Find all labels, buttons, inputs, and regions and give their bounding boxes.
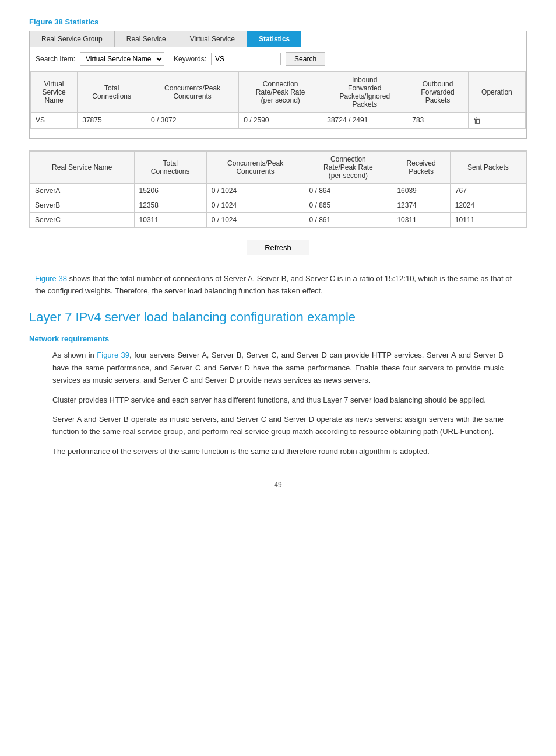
keywords-label: Keywords: xyxy=(174,55,206,63)
body-para-1: As shown in Figure 39, four servers Serv… xyxy=(29,349,527,386)
cell-servera-concurrent: 0 / 1024 xyxy=(206,184,304,198)
table-row: ServerB 12358 0 / 1024 0 / 865 12374 120… xyxy=(30,198,526,213)
col-rs-received: ReceivedPackets xyxy=(392,152,450,184)
cell-serverc-name: ServerC xyxy=(30,213,135,228)
col-operation: Operation xyxy=(468,72,525,113)
col-rs-sent: Sent Packets xyxy=(450,152,526,184)
tab-statistics[interactable]: Statistics xyxy=(247,32,301,47)
delete-icon[interactable]: 🗑 xyxy=(473,116,481,125)
figure38-link[interactable]: Figure 38 xyxy=(35,274,67,283)
search-item-select[interactable]: Virtual Service Name xyxy=(80,52,164,66)
col-virtual-service-name: VirtualServiceName xyxy=(31,72,78,113)
body-para-3: Server A and Server B operate as music s… xyxy=(29,413,527,438)
col-rs-total-conn: TotalConnections xyxy=(134,152,206,184)
cell-serverb-sent: 12024 xyxy=(450,198,526,213)
cell-serverb-concurrent: 0 / 1024 xyxy=(206,198,304,213)
cell-serverc-rate: 0 / 861 xyxy=(304,213,392,228)
figure38-label: Figure 38 Statistics xyxy=(29,18,527,26)
col-total-connections: TotalConnections xyxy=(78,72,146,113)
cell-serverb-conn: 12358 xyxy=(134,198,206,213)
figure38-description: Figure 38 shows that the total number of… xyxy=(29,273,527,298)
statistics-panel: Real Service Group Real Service Virtual … xyxy=(29,31,527,139)
section-heading: Layer 7 IPv4 server load balancing confi… xyxy=(29,309,527,326)
cell-servera-conn: 15206 xyxy=(134,184,206,198)
cell-serverc-received: 10311 xyxy=(392,213,450,228)
real-service-table: Real Service Name TotalConnections Concu… xyxy=(30,151,526,228)
col-rs-name: Real Service Name xyxy=(30,152,135,184)
table-row: ServerA 15206 0 / 1024 0 / 864 16039 767 xyxy=(30,184,526,198)
search-row: Search Item: Virtual Service Name Keywor… xyxy=(30,47,526,71)
network-requirements-subheading: Network requirements xyxy=(29,334,527,343)
tab-real-service-group[interactable]: Real Service Group xyxy=(30,32,115,47)
cell-serverb-rate: 0 / 865 xyxy=(304,198,392,213)
cell-serverb-name: ServerB xyxy=(30,198,135,213)
real-service-table-wrap: Real Service Name TotalConnections Concu… xyxy=(29,150,527,228)
col-outbound-forwarded: OutboundForwardedPackets xyxy=(407,72,469,113)
refresh-button[interactable]: Refresh xyxy=(247,240,309,256)
cell-servera-sent: 767 xyxy=(450,184,526,198)
col-rs-conn-rate: ConnectionRate/Peak Rate(per second) xyxy=(304,152,392,184)
cell-serverc-conn: 10311 xyxy=(134,213,206,228)
cell-vs-name: VS xyxy=(31,113,78,128)
search-item-label: Search Item: xyxy=(36,55,75,63)
virtual-service-table-wrap: VirtualServiceName TotalConnections Conc… xyxy=(30,71,526,129)
cell-servera-rate: 0 / 864 xyxy=(304,184,392,198)
cell-conn-rate: 0 / 2590 xyxy=(239,113,322,128)
table-row: VS 37875 0 / 3072 0 / 2590 38724 / 2491 … xyxy=(31,113,526,128)
col-rs-concurrents: Concurrents/PeakConcurrents xyxy=(206,152,304,184)
cell-serverc-sent: 10111 xyxy=(450,213,526,228)
body-para-4: The performance of the servers of the sa… xyxy=(29,445,527,457)
col-connection-rate: ConnectionRate/Peak Rate(per second) xyxy=(239,72,322,113)
keywords-input[interactable] xyxy=(211,52,281,65)
cell-total-conn: 37875 xyxy=(78,113,146,128)
col-concurrents-peak: Concurrents/PeakConcurrents xyxy=(146,72,239,113)
cell-operation: 🗑 xyxy=(468,113,525,128)
tabs-row: Real Service Group Real Service Virtual … xyxy=(30,32,526,47)
tab-real-service[interactable]: Real Service xyxy=(115,32,178,47)
cell-servera-name: ServerA xyxy=(30,184,135,198)
virtual-service-table: VirtualServiceName TotalConnections Conc… xyxy=(30,72,526,128)
search-button[interactable]: Search xyxy=(286,52,325,66)
cell-servera-received: 16039 xyxy=(392,184,450,198)
figure39-link[interactable]: Figure 39 xyxy=(97,351,129,359)
figure38-description-text: shows that the total number of connectio… xyxy=(35,274,512,295)
refresh-section: Refresh xyxy=(29,240,527,256)
col-inbound-forwarded: InboundForwardedPackets/IgnoredPackets xyxy=(322,72,407,113)
cell-serverb-received: 12374 xyxy=(392,198,450,213)
cell-serverc-concurrent: 0 / 1024 xyxy=(206,213,304,228)
cell-inbound: 38724 / 2491 xyxy=(322,113,407,128)
body-para-2: Cluster provides HTTP service and each s… xyxy=(29,394,527,406)
table-row: ServerC 10311 0 / 1024 0 / 861 10311 101… xyxy=(30,213,526,228)
tab-virtual-service[interactable]: Virtual Service xyxy=(178,32,247,47)
page-number: 49 xyxy=(29,481,527,489)
cell-concurrents: 0 / 3072 xyxy=(146,113,239,128)
cell-outbound: 783 xyxy=(407,113,469,128)
